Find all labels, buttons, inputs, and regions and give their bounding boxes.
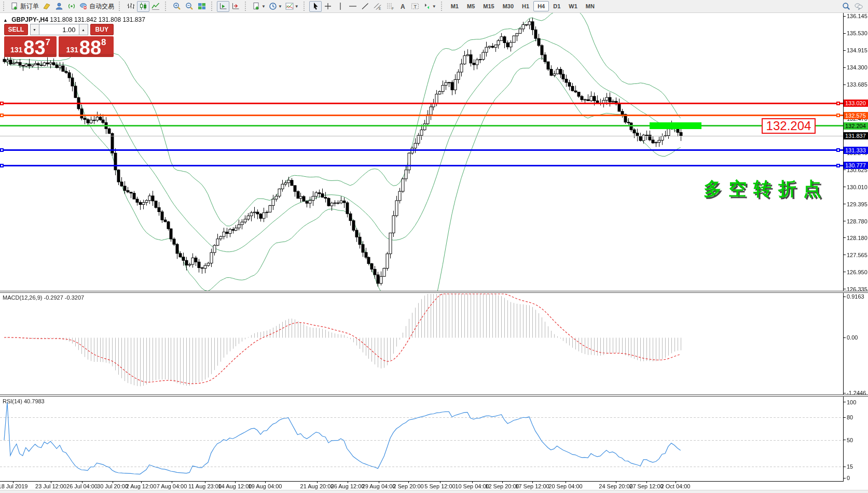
- crosshair-button[interactable]: [322, 1, 334, 12]
- time-tick-label: 30 Jul 20:00: [97, 483, 128, 489]
- line-chart-button[interactable]: [149, 1, 162, 12]
- zoom-in-button[interactable]: [171, 1, 183, 12]
- sell-price-button[interactable]: 131 83 7: [4, 36, 57, 57]
- rsi-tick-label: 100: [847, 399, 856, 405]
- candlestick-chart-button[interactable]: [137, 1, 149, 12]
- new-order-button[interactable]: 新订单: [9, 1, 40, 12]
- auto-trading-button[interactable]: 自动交易: [78, 1, 116, 12]
- timeframe-button-W1[interactable]: W1: [564, 1, 582, 11]
- toolbar-grip: [304, 2, 307, 11]
- text-label-button[interactable]: T: [409, 1, 421, 12]
- text-button[interactable]: A: [396, 1, 409, 12]
- macd-label: MACD(12,26,9) -0.2927 -0.3207: [3, 294, 84, 301]
- macd-canvas[interactable]: [0, 293, 844, 395]
- price-tick-label: 134.915: [847, 47, 867, 53]
- indicators-button[interactable]: ▼: [284, 1, 300, 12]
- timeframe-button-M30[interactable]: M30: [499, 1, 518, 11]
- zoom-in-icon: [173, 2, 181, 10]
- cursor-icon: [311, 2, 320, 10]
- volume-decrease-button[interactable]: ▼: [30, 24, 39, 35]
- volume-input[interactable]: [39, 24, 79, 35]
- book-icon: [43, 2, 51, 10]
- toolbar-grip: [3, 2, 7, 11]
- new-chart-button[interactable]: ▼: [251, 1, 267, 12]
- sell-button[interactable]: SELL: [4, 24, 28, 35]
- channel-button[interactable]: E: [371, 1, 384, 12]
- volume-increase-button[interactable]: ▲: [79, 24, 88, 35]
- crosshair-icon: [324, 2, 332, 10]
- hline-131.333[interactable]: [0, 149, 843, 151]
- timeframe-button-MN[interactable]: MN: [582, 1, 599, 11]
- time-tick-label: 12 Sep 20:00: [485, 483, 519, 489]
- timeframe-button-H1[interactable]: H1: [518, 1, 533, 11]
- dropdown-arrow-icon: ▼: [261, 4, 266, 9]
- price-tag-130.777: 130.777: [844, 162, 868, 169]
- auto-scroll-button[interactable]: [217, 1, 229, 12]
- zoom-out-button[interactable]: [183, 1, 196, 12]
- chat-button[interactable]: [852, 1, 865, 12]
- hline-130.777[interactable]: [0, 165, 843, 166]
- time-tick-label: 18 Jul 2019: [0, 483, 27, 489]
- price-callout-box[interactable]: 132.204: [762, 118, 816, 134]
- price-tick-label: 130.625: [847, 167, 867, 173]
- timeframe-button-D1[interactable]: D1: [549, 1, 564, 11]
- price-tick-label: 134.300: [847, 64, 867, 71]
- time-tick-label: 26 Jul 04:00: [66, 483, 98, 489]
- buy-price-prefix: 131: [66, 46, 78, 54]
- rsi-canvas[interactable]: [0, 397, 844, 481]
- price-axis-line: [843, 13, 844, 482]
- hline-132.204[interactable]: [0, 125, 843, 126]
- bar-chart-button[interactable]: [125, 1, 137, 12]
- price-tick-label: 128.780: [847, 218, 867, 224]
- time-tick-label: 2 Sep 20:00: [393, 483, 423, 489]
- tiles-icon: [198, 2, 206, 10]
- macd-panel-separator[interactable]: [0, 291, 868, 293]
- main-toolbar: 新订单自动交易▼▼▼EFAT▼M1M5M15M30H1H4D1W1MN: [0, 0, 868, 13]
- horizontal-line-button[interactable]: [347, 1, 359, 12]
- sell-price-big: 83: [23, 40, 45, 55]
- collapse-panel-icon[interactable]: ▲: [3, 18, 8, 23]
- hline-133.020[interactable]: [0, 103, 843, 104]
- time-axis-line: [0, 481, 844, 482]
- dropdown-arrow-icon: ▼: [295, 4, 299, 9]
- rsi-tick-label: 0: [847, 475, 850, 481]
- text-a-icon: A: [398, 2, 407, 10]
- rsi-panel-separator[interactable]: [0, 395, 868, 397]
- periods-button[interactable]: ▼: [267, 1, 284, 12]
- price-tick-label: 129.395: [847, 201, 867, 207]
- timeframe-button-M1[interactable]: M1: [447, 1, 463, 11]
- timeframe-button-H4[interactable]: H4: [533, 1, 549, 11]
- price-tick-label: 130.010: [847, 184, 867, 190]
- vertical-line-button[interactable]: [334, 1, 347, 12]
- cursor-button[interactable]: [309, 1, 322, 12]
- price-tag-131.333: 131.333: [844, 147, 868, 154]
- chart-annotation-text[interactable]: 多空转折点: [704, 177, 828, 201]
- person-icon: [55, 2, 63, 10]
- time-tick-label: 19 Aug 04:00: [249, 483, 282, 489]
- time-tick-label: 20 Sep 04:00: [548, 483, 582, 489]
- chart-shift-button[interactable]: [229, 1, 242, 12]
- timeframe-button-M5[interactable]: M5: [463, 1, 479, 11]
- highlight-rectangle-object[interactable]: [650, 122, 701, 129]
- buy-price-button[interactable]: 131 88 8: [59, 36, 114, 57]
- time-tick-label: 17 Sep 12:00: [515, 483, 549, 489]
- channel-icon: E: [374, 2, 382, 10]
- arrows-button[interactable]: ▼: [421, 1, 438, 12]
- sell-price-prefix: 131: [10, 46, 22, 54]
- rsi-tick-label: 15: [847, 463, 853, 470]
- search-button[interactable]: [840, 1, 852, 12]
- rsi-tick-label: 80: [847, 414, 853, 420]
- fibonacci-button[interactable]: F: [384, 1, 396, 12]
- trendline-button[interactable]: [359, 1, 371, 12]
- main-chart-canvas[interactable]: [0, 13, 844, 291]
- price-tick-label: 131.240: [847, 150, 867, 156]
- hline-132.575[interactable]: [0, 115, 843, 116]
- timeframe-button-M15[interactable]: M15: [479, 1, 498, 11]
- tile-windows-button[interactable]: [196, 1, 208, 12]
- signals-button[interactable]: [65, 1, 78, 12]
- market-watch-button[interactable]: [40, 1, 53, 12]
- buy-button[interactable]: BUY: [90, 24, 114, 35]
- price-tick-label: 132.470: [847, 116, 867, 122]
- accounts-button[interactable]: [53, 1, 65, 12]
- time-tick-label: 5 Sep 12:00: [424, 483, 455, 489]
